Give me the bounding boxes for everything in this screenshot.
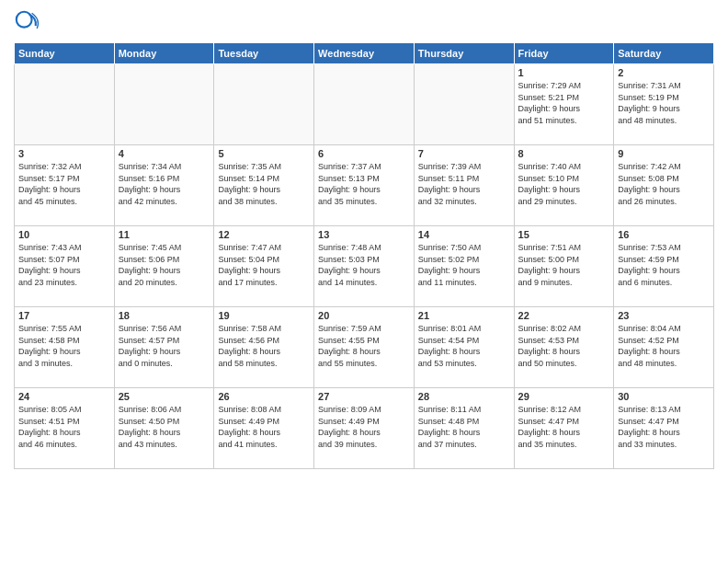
calendar-table: SundayMondayTuesdayWednesdayThursdayFrid… [14,42,714,469]
calendar-day-cell: 19Sunrise: 7:58 AM Sunset: 4:56 PM Dayli… [214,307,314,388]
day-info: Sunrise: 7:50 AM Sunset: 5:02 PM Dayligh… [418,242,510,288]
day-info: Sunrise: 7:39 AM Sunset: 5:11 PM Dayligh… [418,161,510,207]
calendar-day-cell: 4Sunrise: 7:34 AM Sunset: 5:16 PM Daylig… [114,145,214,226]
day-info: Sunrise: 8:06 AM Sunset: 4:50 PM Dayligh… [119,404,210,450]
day-number: 8 [518,148,610,159]
day-number: 7 [418,148,510,159]
day-number: 10 [18,229,110,240]
day-number: 15 [518,229,610,240]
calendar-day-cell [414,64,514,145]
calendar-day-cell [114,64,214,145]
day-of-week-header: Saturday [614,43,714,64]
day-info: Sunrise: 8:13 AM Sunset: 4:47 PM Dayligh… [618,404,710,450]
calendar-day-cell: 27Sunrise: 8:09 AM Sunset: 4:49 PM Dayli… [314,388,415,469]
day-number: 4 [119,148,210,159]
day-info: Sunrise: 7:37 AM Sunset: 5:13 PM Dayligh… [318,161,410,207]
calendar-week-row: 24Sunrise: 8:05 AM Sunset: 4:51 PM Dayli… [15,388,714,469]
calendar-day-cell: 23Sunrise: 8:04 AM Sunset: 4:52 PM Dayli… [614,307,714,388]
day-number: 6 [318,148,410,159]
calendar-week-row: 3Sunrise: 7:32 AM Sunset: 5:17 PM Daylig… [15,145,714,226]
day-of-week-header: Sunday [15,43,115,64]
calendar-day-cell: 25Sunrise: 8:06 AM Sunset: 4:50 PM Dayli… [114,388,214,469]
day-number: 2 [618,67,710,78]
calendar-day-cell: 5Sunrise: 7:35 AM Sunset: 5:14 PM Daylig… [214,145,314,226]
day-number: 24 [18,391,110,402]
calendar-day-cell: 20Sunrise: 7:59 AM Sunset: 4:55 PM Dayli… [314,307,415,388]
day-of-week-header: Monday [114,43,214,64]
day-number: 16 [618,229,710,240]
day-number: 25 [119,391,210,402]
logo [14,9,44,35]
calendar-day-cell: 9Sunrise: 7:42 AM Sunset: 5:08 PM Daylig… [614,145,714,226]
day-number: 12 [218,229,310,240]
day-number: 29 [518,391,610,402]
day-info: Sunrise: 8:05 AM Sunset: 4:51 PM Dayligh… [18,404,110,450]
day-info: Sunrise: 7:43 AM Sunset: 5:07 PM Dayligh… [18,242,110,288]
day-number: 21 [418,310,510,321]
calendar-week-row: 1Sunrise: 7:29 AM Sunset: 5:21 PM Daylig… [15,64,714,145]
day-info: Sunrise: 8:04 AM Sunset: 4:52 PM Dayligh… [618,323,710,369]
calendar-day-cell: 7Sunrise: 7:39 AM Sunset: 5:11 PM Daylig… [414,145,514,226]
calendar-day-cell [314,64,415,145]
day-number: 5 [218,148,310,159]
day-number: 27 [318,391,410,402]
day-info: Sunrise: 7:53 AM Sunset: 4:59 PM Dayligh… [618,242,710,288]
calendar-day-cell: 12Sunrise: 7:47 AM Sunset: 5:04 PM Dayli… [214,226,314,307]
day-number: 18 [119,310,210,321]
page-header [14,9,714,35]
day-info: Sunrise: 7:58 AM Sunset: 4:56 PM Dayligh… [218,323,310,369]
day-of-week-header: Tuesday [214,43,314,64]
day-info: Sunrise: 7:34 AM Sunset: 5:16 PM Dayligh… [119,161,210,207]
day-info: Sunrise: 7:40 AM Sunset: 5:10 PM Dayligh… [518,161,610,207]
day-number: 1 [518,67,610,78]
day-number: 14 [418,229,510,240]
calendar-day-cell: 13Sunrise: 7:48 AM Sunset: 5:03 PM Dayli… [314,226,415,307]
day-number: 17 [18,310,110,321]
calendar-day-cell: 22Sunrise: 8:02 AM Sunset: 4:53 PM Dayli… [514,307,614,388]
day-number: 13 [318,229,410,240]
calendar-day-cell: 29Sunrise: 8:12 AM Sunset: 4:47 PM Dayli… [514,388,614,469]
day-info: Sunrise: 7:48 AM Sunset: 5:03 PM Dayligh… [318,242,410,288]
calendar-week-row: 10Sunrise: 7:43 AM Sunset: 5:07 PM Dayli… [15,226,714,307]
day-info: Sunrise: 8:01 AM Sunset: 4:54 PM Dayligh… [418,323,510,369]
calendar-day-cell [214,64,314,145]
calendar-day-cell: 17Sunrise: 7:55 AM Sunset: 4:58 PM Dayli… [15,307,115,388]
calendar-day-cell: 3Sunrise: 7:32 AM Sunset: 5:17 PM Daylig… [15,145,115,226]
day-number: 22 [518,310,610,321]
day-number: 26 [218,391,310,402]
calendar-day-cell: 16Sunrise: 7:53 AM Sunset: 4:59 PM Dayli… [614,226,714,307]
day-info: Sunrise: 7:56 AM Sunset: 4:57 PM Dayligh… [119,323,210,369]
calendar-day-cell: 8Sunrise: 7:40 AM Sunset: 5:10 PM Daylig… [514,145,614,226]
calendar-day-cell: 1Sunrise: 7:29 AM Sunset: 5:21 PM Daylig… [514,64,614,145]
day-info: Sunrise: 8:09 AM Sunset: 4:49 PM Dayligh… [318,404,410,450]
day-info: Sunrise: 7:32 AM Sunset: 5:17 PM Dayligh… [18,161,110,207]
day-number: 9 [618,148,710,159]
day-info: Sunrise: 7:29 AM Sunset: 5:21 PM Dayligh… [518,80,610,126]
day-info: Sunrise: 7:55 AM Sunset: 4:58 PM Dayligh… [18,323,110,369]
calendar-body: 1Sunrise: 7:29 AM Sunset: 5:21 PM Daylig… [15,64,714,469]
day-info: Sunrise: 7:35 AM Sunset: 5:14 PM Dayligh… [218,161,310,207]
calendar-day-cell: 28Sunrise: 8:11 AM Sunset: 4:48 PM Dayli… [414,388,514,469]
day-info: Sunrise: 8:02 AM Sunset: 4:53 PM Dayligh… [518,323,610,369]
day-number: 20 [318,310,410,321]
day-info: Sunrise: 7:31 AM Sunset: 5:19 PM Dayligh… [618,80,710,126]
day-number: 28 [418,391,510,402]
day-info: Sunrise: 8:12 AM Sunset: 4:47 PM Dayligh… [518,404,610,450]
calendar-day-cell [15,64,115,145]
day-info: Sunrise: 7:45 AM Sunset: 5:06 PM Dayligh… [119,242,210,288]
calendar-week-row: 17Sunrise: 7:55 AM Sunset: 4:58 PM Dayli… [15,307,714,388]
day-info: Sunrise: 8:08 AM Sunset: 4:49 PM Dayligh… [218,404,310,450]
calendar-day-cell: 6Sunrise: 7:37 AM Sunset: 5:13 PM Daylig… [314,145,415,226]
day-of-week-header: Thursday [414,43,514,64]
calendar-day-cell: 15Sunrise: 7:51 AM Sunset: 5:00 PM Dayli… [514,226,614,307]
calendar-day-cell: 24Sunrise: 8:05 AM Sunset: 4:51 PM Dayli… [15,388,115,469]
day-info: Sunrise: 7:59 AM Sunset: 4:55 PM Dayligh… [318,323,410,369]
day-info: Sunrise: 7:51 AM Sunset: 5:00 PM Dayligh… [518,242,610,288]
calendar-day-cell: 21Sunrise: 8:01 AM Sunset: 4:54 PM Dayli… [414,307,514,388]
calendar-day-cell: 14Sunrise: 7:50 AM Sunset: 5:02 PM Dayli… [414,226,514,307]
day-number: 11 [119,229,210,240]
day-of-week-header: Wednesday [314,43,415,64]
day-of-week-header: Friday [514,43,614,64]
calendar-day-cell: 2Sunrise: 7:31 AM Sunset: 5:19 PM Daylig… [614,64,714,145]
day-number: 30 [618,391,710,402]
